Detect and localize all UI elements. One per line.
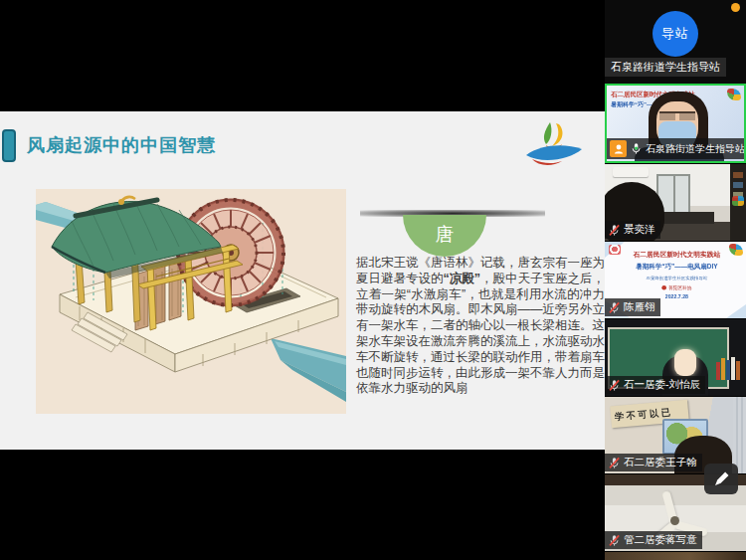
shared-screen-slide: 风扇起源中的中国智慧 bbox=[0, 111, 605, 450]
body-bold-segment: “凉殿” bbox=[444, 272, 481, 285]
slide-body-text: 据北宋王谠《唐语林》记载，唐玄宗有一座为夏日避暑专设的“凉殿”，殿中天子宝座之后… bbox=[356, 256, 605, 397]
avatar: 导站 bbox=[653, 11, 698, 57]
participant-name-label: 石泉路街道学生指导站 bbox=[611, 60, 720, 75]
participant-name-label: 石一居委-刘怡辰 bbox=[624, 378, 700, 392]
participant-sidebar: 导站 石泉路街道学生指导站 石二居民区新时代文明实践站 暑期科学“巧”——电风扇… bbox=[605, 0, 746, 560]
banner-decor-triangle bbox=[726, 304, 746, 318]
mic-muted-icon bbox=[608, 379, 621, 392]
participant-tile[interactable]: 石一居委-刘怡辰 bbox=[605, 319, 746, 396]
slide-title: 风扇起源中的中国智慧 bbox=[27, 133, 216, 157]
mic-muted-icon bbox=[608, 224, 621, 237]
next-tile-sliver bbox=[605, 552, 746, 560]
banner-content: 石二居民区新时代文明实践站 暑期科学“巧”——电风扇DIY 石泉路街道学生社区实… bbox=[615, 250, 739, 299]
banner-subtitle: 暑期科学“巧”——电风扇DIY bbox=[615, 263, 739, 272]
participant-name: 管二居委蒋写意 bbox=[605, 531, 702, 549]
shelf-object bbox=[732, 196, 744, 206]
air-conditioner bbox=[613, 167, 649, 177]
participant-name-label: 石泉路街道学生指导站 bbox=[646, 142, 745, 156]
participant-name: 石泉路街道学生指导站 bbox=[607, 138, 746, 159]
mic-muted-icon bbox=[608, 457, 621, 469]
participant-tile-audio[interactable]: 导站 石泉路街道学生指导站 bbox=[605, 0, 746, 84]
participant-name: 石泉路街道学生指导站 bbox=[605, 58, 726, 77]
participant-tile[interactable]: 石二居民区新时代文明实践站 暑期科学“巧”——电风扇DIY 石泉路街道学生社区实… bbox=[605, 242, 746, 318]
participant-tile[interactable]: 景奕洋 bbox=[605, 164, 746, 241]
mic-on-icon bbox=[630, 142, 643, 155]
participant-name: 景奕洋 bbox=[605, 221, 660, 239]
participant-name-label: 景奕洋 bbox=[624, 223, 655, 237]
curtain bbox=[733, 397, 746, 473]
annotation-pen-button[interactable] bbox=[704, 464, 738, 494]
body-segment: ，殿中天子宝座之后，立着一架“水激扇车”，也就是利用水流的冲力带动旋转的木风扇。… bbox=[356, 272, 605, 396]
participant-tile-active-speaker[interactable]: 石二居民区新时代文明实践站 暑期科学“巧”——电风扇DIY 石泉路街道学生 bbox=[605, 84, 746, 163]
banner-org-name: 普陀区科协 bbox=[668, 284, 691, 291]
mic-muted-icon bbox=[608, 301, 621, 314]
participant-tile[interactable]: 学不可以已 石二居委王子翰 bbox=[605, 397, 746, 473]
participant-name-label: 管二居委蒋写意 bbox=[624, 533, 697, 547]
banner-organizer: 石泉路街道学生社区实践指导站 bbox=[615, 275, 739, 280]
pen-icon bbox=[712, 470, 730, 488]
slide-brand-logo bbox=[523, 119, 585, 169]
participant-face bbox=[674, 349, 696, 376]
era-semicircle: 唐 bbox=[403, 215, 486, 260]
era-label: 唐 bbox=[403, 222, 486, 248]
participant-name: 陈雁翎 bbox=[605, 298, 660, 316]
title-bullet bbox=[2, 129, 16, 162]
fan-hub bbox=[670, 516, 679, 525]
host-badge-icon bbox=[610, 140, 627, 157]
pavilion-waterwheel-illustration bbox=[36, 189, 346, 414]
mic-muted-icon bbox=[608, 534, 621, 547]
participant-name-label: 石二居委王子翰 bbox=[624, 456, 697, 469]
notification-dot bbox=[731, 3, 740, 12]
participant-name: 石二居委王子翰 bbox=[605, 454, 702, 471]
meeting-window: 风扇起源中的中国智慧 bbox=[0, 0, 746, 560]
speaker-glasses bbox=[659, 111, 695, 120]
participant-name-label: 陈雁翎 bbox=[624, 300, 655, 314]
org-logo-icon bbox=[661, 285, 666, 290]
books bbox=[716, 357, 740, 380]
participant-name: 石一居委-刘怡辰 bbox=[605, 376, 705, 394]
banner-title: 石二居民区新时代文明实践站 bbox=[615, 250, 739, 259]
